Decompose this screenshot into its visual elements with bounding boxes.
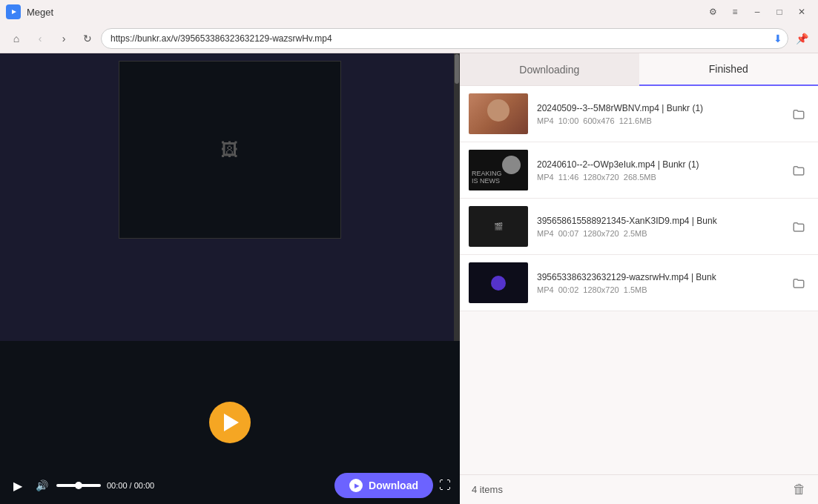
addressbar: ⌂ ‹ › ↻ ⬇ 📌 <box>0 24 818 53</box>
webpage-content: 🖼 <box>0 53 460 341</box>
item-title: 395653386323632129-wazsrwHv.mp4 | Bunk <box>537 272 779 282</box>
close-button[interactable]: ✕ <box>791 4 812 19</box>
play-overlay-button[interactable] <box>209 402 251 443</box>
item-folder-button[interactable] <box>788 273 809 294</box>
volume-slider[interactable] <box>56 484 101 487</box>
download-button[interactable]: Download <box>334 473 433 498</box>
item-thumbnail <box>469 93 528 134</box>
tab-downloading[interactable]: Downloading <box>460 53 639 85</box>
item-meta: MP4 10:00 600x476 121.6MB <box>537 116 779 125</box>
download-list: 20240509--3--5M8rWBNV.mp4 | Bunkr (1) MP… <box>460 86 818 474</box>
item-folder-button[interactable] <box>788 104 809 125</box>
item-info: 395658615588921345-XanK3ID9.mp4 | Bunk M… <box>537 216 779 238</box>
item-meta: MP4 11:46 1280x720 268.5MB <box>537 173 779 182</box>
right-footer: 4 items 🗑 <box>460 474 818 504</box>
menu-button[interactable]: ≡ <box>725 4 745 19</box>
maximize-button[interactable]: □ <box>769 4 790 19</box>
item-thumbnail <box>469 262 528 303</box>
tab-finished[interactable]: Finished <box>639 53 819 86</box>
time-display: 00:00 / 00:00 <box>107 481 329 490</box>
item-thumbnail: 🎬 <box>469 206 528 247</box>
list-item: 395653386323632129-wazsrwHv.mp4 | Bunk M… <box>460 255 818 311</box>
item-thumbnail: REAKINGIS NEWS <box>469 150 528 190</box>
item-folder-button[interactable] <box>788 160 809 181</box>
item-meta: MP4 00:07 1280x720 2.5MB <box>537 229 779 238</box>
broken-image-icon: 🖼 <box>221 139 239 160</box>
titlebar: Meget ⚙ ≡ – □ ✕ <box>0 0 818 24</box>
list-item: 20240509--3--5M8rWBNV.mp4 | Bunkr (1) MP… <box>460 86 818 142</box>
tabs: Downloading Finished <box>460 53 818 86</box>
window-controls: ⚙ ≡ – □ ✕ <box>702 4 812 19</box>
item-folder-button[interactable] <box>788 216 809 237</box>
download-btn-label: Download <box>369 480 418 491</box>
webpage-area: 🖼 <box>0 53 460 341</box>
forward-button[interactable]: › <box>53 28 74 49</box>
scrollbar[interactable] <box>454 53 460 341</box>
scroll-thumb[interactable] <box>455 54 459 84</box>
url-bar-wrapper: ⬇ <box>101 28 788 49</box>
right-panel: Downloading Finished 20240509--3--5M8rWB… <box>460 53 818 504</box>
play-pause-button[interactable]: ▶ <box>9 477 27 494</box>
pin-button[interactable]: 📌 <box>791 28 812 49</box>
video-preview-box: 🖼 <box>119 61 341 239</box>
download-btn-icon <box>349 479 363 492</box>
home-button[interactable]: ⌂ <box>6 28 27 49</box>
fullscreen-button[interactable]: ⛶ <box>439 479 451 492</box>
volume-button[interactable]: 🔊 <box>33 477 50 494</box>
url-download-icon[interactable]: ⬇ <box>774 33 782 44</box>
minimize-button[interactable]: – <box>747 4 768 19</box>
item-title: 395658615588921345-XanK3ID9.mp4 | Bunk <box>537 216 779 226</box>
url-input[interactable] <box>101 28 788 49</box>
left-panel: 🖼 ▶ 🔊 00:00 / 00:00 Download ⛶ <box>0 53 460 504</box>
settings-button[interactable]: ⚙ <box>702 4 723 19</box>
refresh-button[interactable]: ↻ <box>77 28 98 49</box>
item-info: 395653386323632129-wazsrwHv.mp4 | Bunk M… <box>537 272 779 294</box>
trash-button[interactable]: 🗑 <box>793 482 806 497</box>
back-button[interactable]: ‹ <box>30 28 50 49</box>
items-count: 4 items <box>472 484 503 495</box>
item-meta: MP4 00:02 1280x720 1.5MB <box>537 285 779 294</box>
item-info: 20240610--2--OWp3eIuk.mp4 | Bunkr (1) MP… <box>537 159 779 182</box>
item-title: 20240610--2--OWp3eIuk.mp4 | Bunkr (1) <box>537 159 779 170</box>
main-content: 🖼 ▶ 🔊 00:00 / 00:00 Download ⛶ <box>0 53 818 504</box>
item-info: 20240509--3--5M8rWBNV.mp4 | Bunkr (1) MP… <box>537 103 779 125</box>
app-title: Meget <box>27 7 702 18</box>
item-title: 20240509--3--5M8rWBNV.mp4 | Bunkr (1) <box>537 103 779 113</box>
list-item: REAKINGIS NEWS 20240610--2--OWp3eIuk.mp4… <box>460 142 818 199</box>
video-player: ▶ 🔊 00:00 / 00:00 Download ⛶ <box>0 341 460 504</box>
player-controls: ▶ 🔊 00:00 / 00:00 Download ⛶ <box>0 467 460 504</box>
app-logo <box>6 4 21 19</box>
list-item: 🎬 395658615588921345-XanK3ID9.mp4 | Bunk… <box>460 199 818 255</box>
